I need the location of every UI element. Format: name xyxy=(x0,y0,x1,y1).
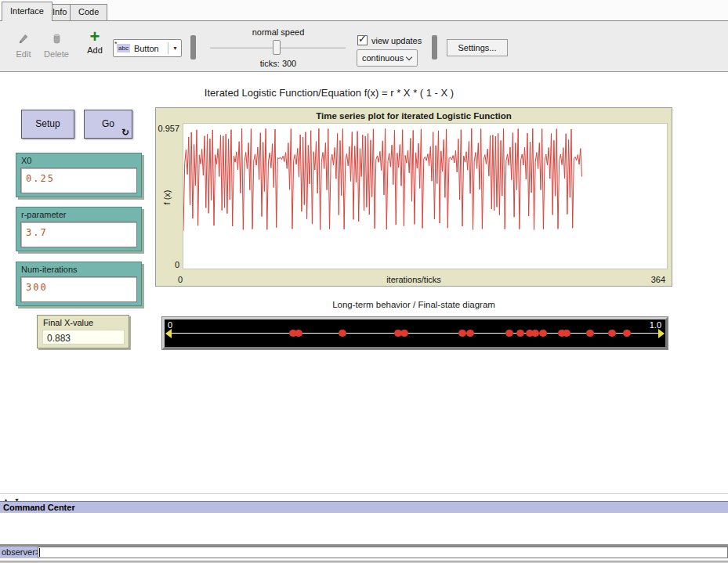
model-title: Iterated Logistic Function/Equation f(x)… xyxy=(63,87,596,99)
command-row: observer> xyxy=(0,547,728,558)
y-axis-min-label: 0 xyxy=(156,260,179,269)
button-widget-icon: *abc xyxy=(117,44,130,52)
checkmark-icon: ✓ xyxy=(358,33,367,45)
x-axis-title: iterations/ticks xyxy=(156,275,672,284)
x0-input[interactable]: 0.25 xyxy=(20,168,137,193)
edit-label: Edit xyxy=(6,49,41,59)
command-center-resizer[interactable]: ▲ ▼ xyxy=(0,493,728,501)
netlogo-window: Interface Info Code Edit Delete + Add *a… xyxy=(0,0,728,563)
time-series-line xyxy=(183,124,667,269)
chevron-down-icon xyxy=(406,54,412,60)
settings-button[interactable]: Settings... xyxy=(447,39,508,56)
command-input[interactable] xyxy=(38,547,728,558)
widget-type-dropdown[interactable]: *abc Button ▼ xyxy=(113,39,182,57)
input-widget-r-parameter: r-parameter 3.7 xyxy=(16,207,142,251)
command-center-header: Command Center xyxy=(0,501,728,513)
left-arrow-icon xyxy=(165,329,172,338)
ticks-counter: ticks: 300 xyxy=(216,59,341,68)
view-updates-checkbox[interactable]: ✓ xyxy=(357,35,368,45)
go-label: Go xyxy=(102,118,114,129)
axis-one-label: 1.0 xyxy=(650,320,661,330)
add-button[interactable]: + Add xyxy=(78,31,112,55)
attractor-dot xyxy=(466,330,474,337)
attractor-dot xyxy=(295,330,302,337)
plus-icon: + xyxy=(90,31,100,43)
add-label: Add xyxy=(78,45,112,55)
attractor-dot xyxy=(563,330,570,337)
input-widget-num-iterations: Num-iterations 300 xyxy=(16,262,142,306)
input-label: r-parameter xyxy=(21,210,66,219)
delete-label: Delete xyxy=(39,49,74,59)
input-label: Num-iterations xyxy=(21,265,78,274)
num-iterations-input[interactable]: 300 xyxy=(20,276,137,302)
time-series-plot: Time series plot for iterated Logistic F… xyxy=(155,107,672,287)
right-arrow-icon xyxy=(658,329,665,338)
attractor-dot xyxy=(458,330,466,337)
widget-type-selected: Button xyxy=(134,44,159,53)
view-updates-label: view updates xyxy=(371,36,422,45)
r-parameter-input[interactable]: 3.7 xyxy=(20,222,137,247)
eraser-icon xyxy=(49,32,63,46)
attractor-dot xyxy=(339,330,346,337)
plot-title: Time series plot for iterated Logistic F… xyxy=(156,111,672,121)
go-button[interactable]: Go ↻ xyxy=(84,110,132,139)
x-axis-max-label: 364 xyxy=(651,275,665,284)
tab-interface[interactable]: Interface xyxy=(2,2,53,21)
monitor-value: 0.883 xyxy=(42,330,125,345)
setup-button[interactable]: Setup xyxy=(21,110,74,139)
attractor-dot xyxy=(505,330,513,337)
tab-bar: Interface Info Code xyxy=(0,0,728,21)
forever-icon: ↻ xyxy=(121,128,129,137)
update-mode-dropdown[interactable]: continuous xyxy=(357,49,418,67)
plot-canvas xyxy=(183,123,668,269)
toolbar-separator xyxy=(190,35,196,60)
update-mode-value: continuous xyxy=(362,53,404,63)
attractor-dot xyxy=(531,330,539,337)
axis-zero-label: 0 xyxy=(168,320,172,330)
attractor-dot xyxy=(516,330,524,337)
monitor-label: Final X-value xyxy=(43,318,93,327)
input-widget-x0: X0 0.25 xyxy=(16,153,142,197)
text-caret xyxy=(39,548,40,557)
final-x-monitor: Final X-value 0.883 xyxy=(37,315,129,348)
attractor-dot xyxy=(400,330,408,337)
attractor-dot xyxy=(623,330,631,337)
command-center-output xyxy=(0,513,728,544)
tab-code[interactable]: Code xyxy=(70,4,107,21)
speed-slider-label: normal speed xyxy=(216,27,341,37)
toolbar-separator xyxy=(432,35,437,60)
chevron-down-icon: ▼ xyxy=(168,42,178,54)
attractor-dot xyxy=(586,330,594,337)
y-axis-title: f (x) xyxy=(162,182,172,213)
y-axis-max-label: 0.957 xyxy=(156,124,179,133)
input-label: X0 xyxy=(21,156,31,165)
edit-button[interactable]: Edit xyxy=(6,32,41,59)
delete-button[interactable]: Delete xyxy=(39,32,74,59)
attractor-dot xyxy=(539,330,547,337)
toolbar: Edit Delete + Add *abc Button ▼ normal s… xyxy=(0,21,728,72)
speed-slider-handle[interactable] xyxy=(273,40,281,55)
observer-prompt-label[interactable]: observer> xyxy=(0,547,38,558)
pencil-icon xyxy=(16,32,31,46)
final-state-title: Long-term behavior / Final-state diagram xyxy=(155,300,672,309)
attractor-dot xyxy=(608,330,616,337)
final-state-diagram: 0 1.0 xyxy=(162,317,668,349)
